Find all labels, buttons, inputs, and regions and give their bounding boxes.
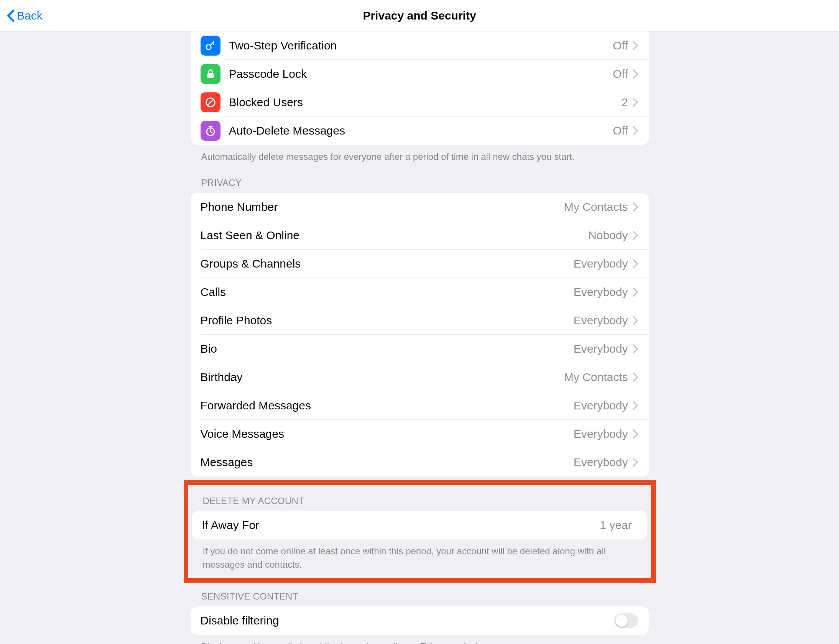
blocked-users-row[interactable]: Blocked Users 2: [191, 88, 649, 117]
row-label: Two-Step Verification: [229, 39, 613, 52]
row-value: 2: [622, 96, 628, 109]
calls-row[interactable]: Calls Everybody: [191, 278, 649, 306]
row-label: Phone Number: [201, 200, 564, 214]
passcode-lock-row[interactable]: Passcode Lock Off: [191, 60, 649, 88]
row-value: Nobody: [588, 229, 628, 242]
security-footer: Automatically delete messages for everyo…: [191, 145, 649, 164]
row-label: Voice Messages: [201, 427, 574, 440]
row-label: Forwarded Messages: [201, 399, 574, 412]
key-icon: [201, 36, 220, 56]
disable-filtering-toggle[interactable]: [614, 613, 638, 628]
chevron-right-icon: [633, 344, 638, 353]
chevron-right-icon: [633, 41, 638, 50]
row-value: Off: [613, 124, 628, 137]
privacy-group: Phone Number My Contacts Last Seen & Onl…: [191, 193, 649, 476]
delete-account-footer: If you do not come online at least once …: [192, 539, 647, 572]
forwarded-messages-row[interactable]: Forwarded Messages Everybody: [191, 391, 649, 420]
privacy-section-header: PRIVACY: [191, 164, 649, 193]
two-step-verification-row[interactable]: Two-Step Verification Off: [191, 31, 649, 60]
chevron-right-icon: [633, 98, 638, 107]
row-label: Groups & Channels: [201, 257, 574, 270]
page-title: Privacy and Security: [363, 9, 476, 22]
row-value: 1 year: [600, 519, 632, 532]
row-label: Disable filtering: [201, 614, 614, 627]
row-label: Messages: [201, 456, 574, 469]
chevron-right-icon: [633, 429, 638, 439]
back-label: Back: [17, 9, 43, 22]
row-label: Profile Photos: [201, 314, 574, 327]
chevron-right-icon: [633, 401, 638, 410]
chevron-right-icon: [633, 259, 638, 268]
row-label: Bio: [201, 342, 574, 355]
back-button[interactable]: Back: [7, 9, 43, 22]
phone-number-row[interactable]: Phone Number My Contacts: [191, 193, 649, 221]
blocked-icon: [201, 92, 220, 112]
toggle-knob: [615, 614, 628, 627]
chevron-right-icon: [633, 316, 638, 325]
delete-account-highlight: DELETE MY ACCOUNT If Away For 1 year If …: [184, 480, 656, 583]
chevron-right-icon: [633, 69, 638, 79]
chevron-right-icon: [633, 373, 638, 382]
messages-row[interactable]: Messages Everybody: [191, 448, 649, 476]
row-value: Everybody: [574, 342, 628, 355]
sensitive-section-header: SENSITIVE CONTENT: [191, 583, 649, 606]
chevron-right-icon: [633, 202, 638, 212]
row-label: Passcode Lock: [229, 67, 613, 80]
row-value: Everybody: [574, 314, 628, 327]
sensitive-footer: Display sensitive media in public channe…: [191, 635, 649, 644]
sensitive-group: Disable filtering: [191, 606, 649, 635]
chevron-left-icon: [7, 9, 15, 22]
bio-row[interactable]: Bio Everybody: [191, 335, 649, 363]
disable-filtering-row[interactable]: Disable filtering: [191, 606, 649, 635]
delete-account-group: If Away For 1 year: [192, 511, 647, 539]
svg-rect-1: [207, 73, 213, 78]
row-value: Off: [613, 39, 628, 52]
chevron-right-icon: [633, 458, 638, 467]
birthday-row[interactable]: Birthday My Contacts: [191, 363, 649, 391]
lock-icon: [201, 64, 220, 84]
row-label: Last Seen & Online: [201, 229, 589, 242]
profile-photos-row[interactable]: Profile Photos Everybody: [191, 306, 649, 335]
timer-icon: [201, 121, 220, 141]
delete-account-section-header: DELETE MY ACCOUNT: [192, 492, 647, 511]
if-away-for-row[interactable]: If Away For 1 year: [192, 511, 647, 539]
row-label: Calls: [201, 286, 574, 299]
last-seen-row[interactable]: Last Seen & Online Nobody: [191, 221, 649, 250]
row-value: Everybody: [574, 286, 628, 299]
row-value: Everybody: [574, 456, 628, 469]
row-value: Everybody: [574, 427, 628, 440]
row-label: Blocked Users: [229, 96, 622, 109]
auto-delete-messages-row[interactable]: Auto-Delete Messages Off: [191, 117, 649, 145]
security-group: Two-Step Verification Off Passcode Lock …: [191, 31, 649, 145]
navigation-bar: Back Privacy and Security: [0, 0, 839, 31]
row-label: Auto-Delete Messages: [229, 124, 613, 137]
row-value: My Contacts: [564, 371, 628, 384]
groups-channels-row[interactable]: Groups & Channels Everybody: [191, 250, 649, 278]
voice-messages-row[interactable]: Voice Messages Everybody: [191, 420, 649, 448]
chevron-right-icon: [633, 126, 638, 135]
chevron-right-icon: [633, 288, 638, 297]
row-value: Off: [613, 67, 628, 80]
row-value: My Contacts: [564, 200, 628, 214]
row-value: Everybody: [574, 399, 628, 412]
row-label: Birthday: [201, 371, 564, 384]
chevron-right-icon: [633, 231, 638, 240]
row-value: Everybody: [574, 257, 628, 270]
row-label: If Away For: [202, 519, 600, 532]
